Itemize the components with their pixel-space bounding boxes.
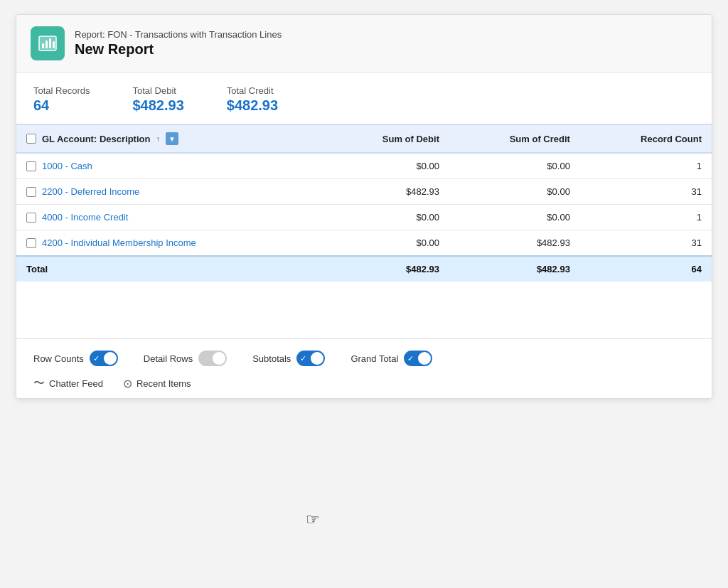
cell-sum-credit: $0.00 [449,205,580,230]
total-records-stat: Total Records 64 [33,85,90,114]
total-records-label: Total Records [33,85,90,96]
cell-gl-account: 1000 - Cash [16,153,324,179]
svg-rect-2 [46,41,48,48]
footer-total-label: Total [16,256,324,282]
col-header-gl-account[interactable]: GL Account: Description ↑ ▼ [16,125,324,154]
stats-row: Total Records 64 Total Debit $482.93 Tot… [33,85,695,114]
recent-items-link[interactable]: ⊙ Recent Items [123,377,191,390]
total-credit-label: Total Credit [227,85,278,96]
gl-account-link[interactable]: 2200 - Deferred Income [42,186,139,197]
chatter-feed-link[interactable]: 〜 Chatter Feed [33,376,103,391]
report-title: New Report [75,41,282,58]
detail-rows-toggle[interactable] [198,351,227,366]
recent-items-icon: ⊙ [123,377,132,390]
report-icon [31,26,65,60]
cell-sum-debit: $0.00 [324,230,449,257]
row-checkbox[interactable] [26,213,36,223]
total-records-value: 64 [33,97,90,114]
toggles-row: Row Counts Detail Rows Subtotals Grand T… [33,351,695,366]
grand-total-toggle[interactable] [404,351,432,366]
chatter-feed-icon: 〜 [33,376,45,391]
report-subtitle: Report: FON - Transactions with Transact… [75,29,282,40]
table-footer-row: Total $482.93 $482.93 64 [16,256,712,282]
col-header-record-count[interactable]: Record Count [580,125,712,154]
svg-rect-3 [49,38,51,48]
table-row: 2200 - Deferred Income$482.93$0.0031 [16,179,712,205]
total-debit-stat: Total Debit $482.93 [132,85,183,114]
gl-account-link[interactable]: 1000 - Cash [42,161,92,171]
row-checkbox[interactable] [26,161,36,171]
recent-items-label: Recent Items [136,378,191,389]
bottom-toolbar: Row Counts Detail Rows Subtotals Grand T… [16,338,712,398]
cell-record-count: 1 [580,153,712,179]
subtotals-toggle-group: Subtotals [252,351,325,366]
row-checkbox[interactable] [26,187,36,197]
cell-record-count: 1 [580,205,712,230]
footer-sum-credit: $482.93 [449,256,580,282]
row-counts-label: Row Counts [33,353,84,364]
report-title-block: Report: FON - Transactions with Transact… [75,29,282,58]
gl-account-link[interactable]: 4000 - Income Credit [42,212,128,223]
col-header-sum-credit[interactable]: Sum of Credit [449,125,580,154]
report-header: Report: FON - Transactions with Transact… [16,15,712,73]
table-header-row: GL Account: Description ↑ ▼ Sum of Debit… [16,125,712,154]
table-row: 4000 - Income Credit$0.00$0.001 [16,205,712,230]
data-table: GL Account: Description ↑ ▼ Sum of Debit… [16,124,712,282]
subtotals-toggle[interactable] [296,351,325,366]
cell-gl-account: 4200 - Individual Membership Income [16,230,324,257]
cell-gl-account: 4000 - Income Credit [16,205,324,230]
total-debit-value: $482.93 [132,97,183,114]
total-debit-label: Total Debit [132,85,183,96]
footer-record-count: 64 [580,256,712,282]
cell-sum-debit: $482.93 [324,179,449,205]
svg-rect-1 [42,43,44,48]
total-credit-stat: Total Credit $482.93 [227,85,278,114]
footer-links: 〜 Chatter Feed ⊙ Recent Items [33,376,695,391]
row-checkbox[interactable] [26,238,36,248]
svg-rect-4 [53,41,55,48]
table-row: 1000 - Cash$0.00$0.001 [16,153,712,179]
subtotals-label: Subtotals [252,353,291,364]
row-counts-toggle-group: Row Counts [33,351,118,366]
stats-section: Total Records 64 Total Debit $482.93 Tot… [16,73,712,124]
col-gl-account-label: GL Account: Description [42,134,150,144]
data-table-section: GL Account: Description ↑ ▼ Sum of Debit… [16,124,712,296]
cell-sum-debit: $0.00 [324,153,449,179]
report-page: Report: FON - Transactions with Transact… [16,14,712,399]
filter-icon[interactable]: ▼ [166,132,178,145]
footer-sum-debit: $482.93 [324,256,449,282]
select-all-checkbox[interactable] [26,134,36,144]
gl-account-link[interactable]: 4200 - Individual Membership Income [42,237,196,248]
grand-total-toggle-group: Grand Total [350,351,432,366]
table-row: 4200 - Individual Membership Income$0.00… [16,230,712,257]
total-credit-value: $482.93 [227,97,278,114]
cell-record-count: 31 [580,230,712,257]
cursor-hand: ☞ [306,511,320,529]
cell-sum-credit: $0.00 [449,153,580,179]
detail-rows-toggle-group: Detail Rows [144,351,227,366]
grand-total-label: Grand Total [350,353,398,364]
cell-sum-credit: $482.93 [449,230,580,257]
row-counts-toggle[interactable] [90,351,118,366]
cell-record-count: 31 [580,179,712,205]
chatter-feed-label: Chatter Feed [49,378,103,389]
cell-sum-credit: $0.00 [449,179,580,205]
cell-gl-account: 2200 - Deferred Income [16,179,324,205]
cell-sum-debit: $0.00 [324,205,449,230]
sort-arrow-icon[interactable]: ↑ [156,134,160,143]
col-header-sum-debit[interactable]: Sum of Debit [324,125,449,154]
detail-rows-label: Detail Rows [144,353,193,364]
